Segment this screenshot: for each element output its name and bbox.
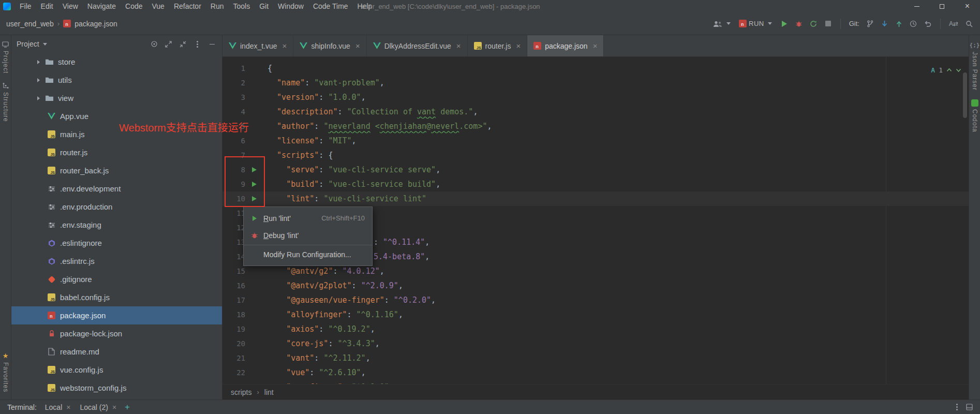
- close-icon[interactable]: ×: [516, 41, 521, 50]
- next-issue-icon[interactable]: [956, 67, 961, 73]
- code-text[interactable]: "description": "Collection of vant demos…: [268, 105, 478, 119]
- menu-code[interactable]: Code: [121, 0, 147, 12]
- minimize-button[interactable]: [904, 0, 929, 12]
- code-text[interactable]: "vant": "^2.11.2",: [268, 351, 370, 365]
- tool-window-button-project[interactable]: Project: [2, 40, 9, 73]
- tree-item-gitignore[interactable]: .gitignore: [11, 270, 222, 288]
- git-branch-button[interactable]: [866, 20, 874, 27]
- code-text[interactable]: "vue-finger": "^0.1.0": [268, 380, 389, 384]
- update-project-button[interactable]: [881, 20, 888, 27]
- menu-view[interactable]: View: [58, 0, 83, 12]
- menu-run[interactable]: Run: [206, 0, 229, 12]
- history-button[interactable]: [910, 20, 917, 27]
- context-menu-item-run-lint[interactable]: Run 'lint'Ctrl+Shift+F10: [244, 210, 372, 227]
- tree-item-vue-config-js[interactable]: vue.config.js: [11, 361, 222, 379]
- tree-item-utils[interactable]: utils: [11, 71, 222, 89]
- menu-window[interactable]: Window: [273, 0, 308, 12]
- code-text[interactable]: "serve": "vue-cli-service serve",: [268, 162, 440, 177]
- menu-navigate[interactable]: Navigate: [83, 0, 121, 12]
- tree-item-env-staging[interactable]: .env.staging: [11, 216, 222, 234]
- rollback-button[interactable]: [924, 20, 932, 27]
- collapse-button[interactable]: [179, 40, 187, 48]
- code-text[interactable]: "scripts": {: [268, 148, 333, 162]
- terminal-tab-local-2[interactable]: Local (2)×: [80, 403, 116, 411]
- close-icon[interactable]: ×: [283, 41, 287, 50]
- push-button[interactable]: [895, 20, 903, 27]
- tree-item-router-back-js[interactable]: router_back.js: [11, 161, 222, 180]
- code-text[interactable]: "version": "1.0.0",: [268, 90, 366, 105]
- tab-dlkyaddressedit-vue[interactable]: DlkyAddressEdit.vue×: [367, 35, 468, 56]
- tree-item-package-json[interactable]: package.json: [11, 306, 222, 324]
- tree-item-eslintignore[interactable]: .eslintignore: [11, 234, 222, 252]
- code-text[interactable]: "lint": "vue-cli-service lint": [268, 191, 426, 206]
- tree-item-env-production[interactable]: .env.production: [11, 198, 222, 216]
- hide-panel-button[interactable]: [208, 40, 216, 48]
- tab-package-json[interactable]: package.json×: [527, 35, 604, 56]
- tab-index-t-vue[interactable]: index_t.vue×: [222, 35, 293, 56]
- breadcrumb-item-lint[interactable]: lint: [264, 388, 274, 396]
- close-icon[interactable]: ×: [112, 403, 116, 411]
- code-text[interactable]: "axios": "^0.19.2",: [268, 322, 375, 336]
- maximize-button[interactable]: [929, 0, 955, 12]
- new-terminal-tab-button[interactable]: +: [125, 403, 130, 411]
- chevron-right-icon[interactable]: [37, 78, 40, 82]
- menu-vue[interactable]: Vue: [147, 0, 169, 12]
- breadcrumb-item-scripts[interactable]: scripts: [231, 388, 251, 396]
- tree-item-store[interactable]: store: [11, 53, 222, 71]
- editor-scrollbar[interactable]: [963, 72, 967, 118]
- code-editor[interactable]: 1{2 "name": "vant-problem",3 "version": …: [222, 57, 969, 384]
- menu-git[interactable]: Git: [255, 0, 273, 12]
- more-options-icon[interactable]: [956, 406, 958, 408]
- code-text[interactable]: "vue": "^2.6.10",: [268, 365, 366, 380]
- close-icon[interactable]: ×: [456, 41, 461, 50]
- menu-tools[interactable]: Tools: [229, 0, 255, 12]
- code-text[interactable]: 5.4-beta.8",: [374, 249, 429, 264]
- tree-item-webstorm-config-js[interactable]: webstorm_config.js: [11, 379, 222, 397]
- menu-file[interactable]: File: [15, 0, 36, 12]
- tree-item-babel-config-js[interactable]: babel.config.js: [11, 288, 222, 306]
- code-text[interactable]: : "^0.11.4",: [374, 235, 429, 249]
- terminal-tab-local[interactable]: Local×: [45, 403, 71, 411]
- tab-shipinfo-vue[interactable]: shipInfo.vue×: [293, 35, 366, 56]
- close-icon[interactable]: ×: [593, 41, 598, 50]
- code-text[interactable]: "core-js": "^3.4.3",: [268, 336, 380, 351]
- rerun-button[interactable]: [810, 20, 818, 27]
- panel-options-button[interactable]: [194, 40, 201, 48]
- code-text[interactable]: "@gauseen/vue-finger": "^0.2.0",: [268, 293, 436, 307]
- tool-window-button-favorites[interactable]: ★Favorites: [2, 352, 9, 392]
- code-text[interactable]: "author": "neverland <chenjiahan@neverl.…: [268, 119, 492, 134]
- project-panel-title[interactable]: Project: [17, 40, 39, 48]
- close-icon[interactable]: ×: [66, 403, 70, 411]
- tab-router-js[interactable]: router.js×: [468, 35, 528, 56]
- menu-refactor[interactable]: Refactor: [169, 0, 206, 12]
- locate-button[interactable]: [150, 40, 158, 48]
- tree-item-package-lock-json[interactable]: package-lock.json: [11, 324, 222, 343]
- chevron-down-icon[interactable]: [43, 43, 47, 46]
- prev-issue-icon[interactable]: [946, 67, 952, 73]
- breadcrumb-item-user-end-web[interactable]: user_end_web: [6, 20, 54, 28]
- layout-icon[interactable]: [966, 404, 973, 410]
- code-text[interactable]: "@antv/g2plot": "^2.0.9",: [268, 278, 403, 293]
- code-text[interactable]: "@antv/g2": "4.0.12",: [268, 264, 384, 278]
- tree-item-readme-md[interactable]: readme.md: [11, 343, 222, 361]
- tree-item-router-js[interactable]: router.js: [11, 143, 222, 161]
- chevron-right-icon[interactable]: [37, 60, 40, 64]
- code-text[interactable]: "name": "vant-problem",: [268, 76, 384, 90]
- close-button[interactable]: ×: [955, 0, 980, 12]
- close-icon[interactable]: ×: [355, 41, 360, 50]
- collaborators-button[interactable]: [713, 20, 732, 27]
- menu-edit[interactable]: Edit: [36, 0, 58, 12]
- translate-button[interactable]: A⇄: [949, 20, 958, 27]
- chevron-right-icon[interactable]: [37, 96, 40, 100]
- context-menu-item-modify-run-configuration[interactable]: Modify Run Configuration...: [244, 245, 372, 263]
- tool-window-button-json-parser[interactable]: {;}Json Parser: [970, 41, 980, 91]
- debug-button[interactable]: [795, 20, 803, 27]
- tool-window-button-structure[interactable]: Structure: [2, 82, 9, 122]
- code-text[interactable]: "license": "MIT",: [268, 134, 357, 148]
- stop-button[interactable]: [824, 20, 832, 27]
- context-menu-item-debug-lint[interactable]: Debug 'lint': [244, 227, 372, 244]
- code-text[interactable]: "build": "vue-cli-service build",: [268, 177, 440, 191]
- tool-window-button-codota[interactable]: Codota: [971, 99, 978, 132]
- tree-item-view[interactable]: view: [11, 89, 222, 107]
- code-text[interactable]: "alloyfinger": "^0.1.16",: [268, 307, 403, 322]
